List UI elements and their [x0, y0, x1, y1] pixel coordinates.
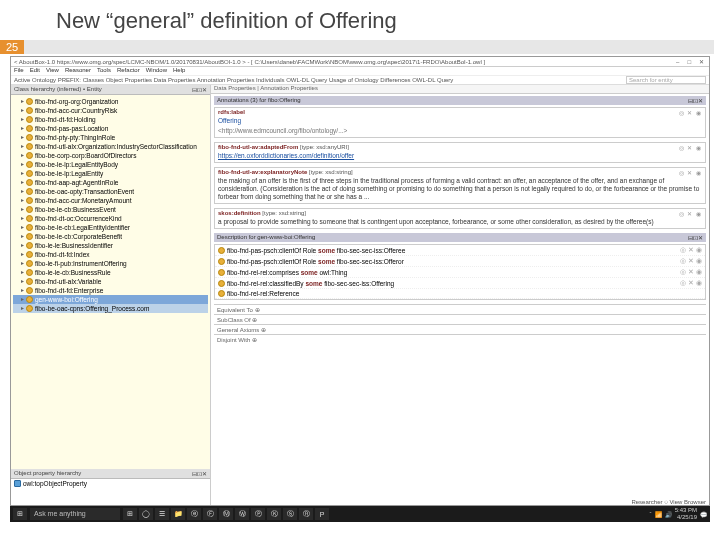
menu-reasoner[interactable]: Reasoner — [65, 67, 91, 75]
tree-item[interactable]: ▸fibo-fnd-aap-agt:AgentInRole — [13, 178, 208, 187]
class-icon — [26, 206, 33, 213]
wifi-icon[interactable]: 📶 — [655, 511, 662, 518]
tree-item[interactable]: ▸fibo-be-le-cb:CorporateBenefit — [13, 232, 208, 241]
page-number: 25 — [0, 40, 24, 54]
section-row[interactable]: SubClass Of ⊕ — [214, 314, 706, 324]
class-icon — [26, 233, 33, 240]
attribution-text: Researcher ○ View Browser — [631, 499, 706, 505]
section-row[interactable]: General Axioms ⊕ — [214, 324, 706, 334]
tree-item[interactable]: ▸fibo-fnd-dt-fd:Holding — [13, 115, 208, 124]
axiom-row[interactable]: fibo-fnd-pas-psch:clientOf Role some fib… — [215, 245, 705, 256]
taskbar-app-icon[interactable]: ⓔ — [187, 508, 201, 520]
axiom-row[interactable]: fibo-fnd-rel-rel:classifiedBy some fibo-… — [215, 278, 705, 289]
tab-labels[interactable]: Active Ontology PREFIX: Classes Object P… — [14, 77, 626, 83]
class-icon — [26, 269, 33, 276]
tree-item[interactable]: ▸fibo-fnd-pty-pty:ThingInRole — [13, 133, 208, 142]
start-button[interactable]: ⊞ — [13, 508, 27, 520]
taskbar-app-icon[interactable]: Ⓟ — [251, 508, 265, 520]
section-row[interactable]: Equivalent To ⊕ — [214, 304, 706, 314]
taskbar-app-icon[interactable]: P — [315, 508, 329, 520]
taskbar-app-icon[interactable]: Ⓦ — [235, 508, 249, 520]
tree-item[interactable]: ▸fibo-be-le-lp:LegalEntity — [13, 169, 208, 178]
class-hierarchy-tree[interactable]: ▸fibo-fnd-org-org:Organization▸fibo-fnd-… — [11, 95, 210, 469]
annotation-actions[interactable]: ◎ ✕ ◉ — [679, 210, 702, 217]
minimize-button[interactable]: – — [673, 59, 683, 65]
tree-item[interactable]: ▸gen-www-boi:Offering — [13, 295, 208, 304]
tree-item[interactable]: ▸fibo-be-le-cb:LegalEntityIdentifier — [13, 223, 208, 232]
tree-item[interactable]: ▸fibo-fnd-dt-fd:Enterprise — [13, 286, 208, 295]
pin-icon[interactable]: ⊟⊡✕ — [192, 86, 207, 93]
volume-icon[interactable]: 🔊 — [665, 511, 672, 518]
tree-item[interactable]: ▸fibo-le-fi-pub:InstrumentOffering — [13, 259, 208, 268]
axiom-row[interactable]: fibo-fnd-rel-rel:comprises some owl:Thin… — [215, 267, 705, 278]
windows-taskbar[interactable]: ⊞ Ask me anything ⊞◯☰📁ⓔⒻⓂⓌⓅⓀⓈⓇP ˄ 📶 🔊 5:… — [10, 506, 710, 522]
menu-file[interactable]: File — [14, 67, 24, 75]
taskbar-app-icon[interactable]: Ⓢ — [283, 508, 297, 520]
tree-item[interactable]: ▸fibo-fnd-acc-cur:CountryRisk — [13, 106, 208, 115]
tray-chevron-icon[interactable]: ˄ — [649, 511, 652, 518]
taskbar-app-icon[interactable]: Ⓜ — [219, 508, 233, 520]
class-icon — [26, 251, 33, 258]
menu-view[interactable]: View — [46, 67, 59, 75]
slide-title: New “general” definition of Offering — [0, 0, 720, 40]
tree-item[interactable]: ▸fibo-fnd-pas-pas:Location — [13, 124, 208, 133]
notification-icon[interactable]: 💬 — [700, 511, 707, 518]
clock[interactable]: 5:43 PM 4/25/19 — [675, 507, 697, 521]
taskbar-app-icon[interactable]: Ⓡ — [299, 508, 313, 520]
menubar[interactable]: File Edit View Reasoner Tools Refactor W… — [11, 67, 709, 76]
taskbar-app-icon[interactable]: ⊞ — [123, 508, 137, 520]
label-value: Offering — [215, 117, 705, 127]
adaptedfrom-url[interactable]: https://en.oxforddictionaries.com/defini… — [218, 152, 354, 159]
tree-item[interactable]: ▸fibo-fnd-acc-cur:MonetaryAmount — [13, 196, 208, 205]
tree-item[interactable]: ▸fibo-fnd-utl-alx:Organization:IndustryS… — [13, 142, 208, 151]
tab-strip[interactable]: Active Ontology PREFIX: Classes Object P… — [11, 76, 709, 85]
taskbar-app-icon[interactable]: 📁 — [171, 508, 185, 520]
class-icon — [26, 242, 33, 249]
annotation-actions[interactable]: ◎ ✕ ◉ — [679, 169, 702, 176]
taskbar-app-icon[interactable]: Ⓚ — [267, 508, 281, 520]
panel-buttons[interactable]: ⊟⊡✕ — [192, 470, 207, 477]
tree-item[interactable]: ▸fibo-be-le-lp:LegalEntityBody — [13, 160, 208, 169]
annotation-actions[interactable]: ◎ ✕ ◉ — [679, 109, 702, 116]
menu-window[interactable]: Window — [146, 67, 167, 75]
right-tabs[interactable]: Data Properties | Annotation Properties — [211, 85, 709, 94]
cortana-search[interactable]: Ask me anything — [30, 508, 120, 520]
tree-item[interactable]: ▸fibo-fnd-utl-alx:Variable — [13, 277, 208, 286]
tree-item[interactable]: ▸fibo-fnd-org-org:Organization — [13, 97, 208, 106]
close-button[interactable]: ✕ — [696, 58, 706, 65]
axiom-actions[interactable]: ◎ ✕ ◉ — [680, 279, 702, 287]
tree-item[interactable]: ▸fibo-be-oac-cpns:Offering_Process.com — [13, 304, 208, 313]
tree-item[interactable]: ▸fibo-le-le-cb:BusinessRule — [13, 268, 208, 277]
description-axioms: fibo-fnd-pas-psch:clientOf Role some fib… — [214, 244, 706, 300]
system-tray[interactable]: ˄ 📶 🔊 5:43 PM 4/25/19 💬 — [649, 507, 707, 521]
search-input[interactable]: Search for entity — [626, 76, 706, 84]
menu-edit[interactable]: Edit — [30, 67, 40, 75]
menu-tools[interactable]: Tools — [97, 67, 111, 75]
tree-item[interactable]: ▸fibo-fnd-dt-oc:OccurrenceKind — [13, 214, 208, 223]
explanatory-note-text: the making of an offer is the first of t… — [215, 177, 705, 203]
menu-help[interactable]: Help — [173, 67, 185, 75]
tree-item[interactable]: ▸fibo-le-le:BusinessIdentifier — [13, 241, 208, 250]
class-icon — [26, 197, 33, 204]
section-row[interactable]: Disjoint With ⊕ — [214, 334, 706, 344]
tree-item[interactable]: ▸fibo-be-corp-corp:BoardOfDirectors — [13, 151, 208, 160]
axiom-actions[interactable]: ◎ ✕ ◉ — [680, 257, 702, 265]
class-icon — [218, 258, 225, 265]
axiom-row[interactable]: fibo-fnd-rel-rel:Reference — [215, 289, 705, 299]
axiom-actions[interactable]: ◎ ✕ ◉ — [680, 246, 702, 254]
axiom-actions[interactable]: ◎ ✕ ◉ — [680, 268, 702, 276]
axiom-row[interactable]: fibo-fnd-pas-psch:clientOf Role some fib… — [215, 256, 705, 267]
annotation-actions[interactable]: ◎ ✕ ◉ — [679, 144, 702, 151]
class-icon — [26, 170, 33, 177]
class-icon — [26, 215, 33, 222]
tree-item[interactable]: ▸fibo-be-oac-opty:TransactionEvent — [13, 187, 208, 196]
object-property-tree[interactable]: owl:topObjectProperty — [11, 479, 210, 505]
taskbar-app-icon[interactable]: ◯ — [139, 508, 153, 520]
tree-item[interactable]: ▸fibo-be-le-cb:BusinessEvent — [13, 205, 208, 214]
taskbar-app-icon[interactable]: ☰ — [155, 508, 169, 520]
menu-refactor[interactable]: Refactor — [117, 67, 140, 75]
tree-item[interactable]: ▸fibo-fnd-dt-fd:Index — [13, 250, 208, 259]
definition-text: a proposal to provide something to someo… — [215, 218, 705, 228]
maximize-button[interactable]: □ — [684, 59, 694, 65]
taskbar-app-icon[interactable]: Ⓕ — [203, 508, 217, 520]
